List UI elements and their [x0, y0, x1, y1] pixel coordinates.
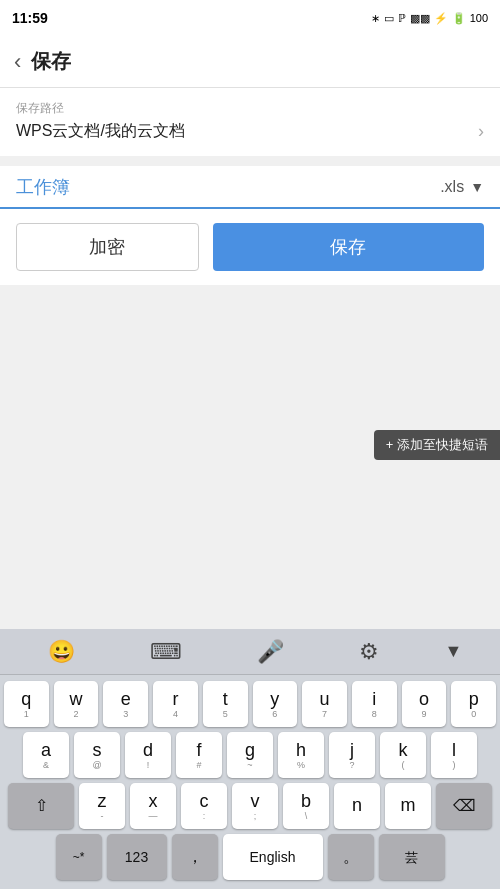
key-t[interactable]: t5 [203, 681, 248, 727]
key-l[interactable]: l) [431, 732, 477, 778]
special-chars-key[interactable]: ~* [56, 834, 102, 880]
chevron-right-icon: › [478, 121, 484, 142]
keyboard-toolbar: 😀 ⌨ 🎤 ⚙ ▼ [0, 629, 500, 675]
mic-toolbar-icon[interactable]: 🎤 [247, 635, 294, 669]
shortcut-hint[interactable]: + 添加至快捷短语 [374, 430, 500, 460]
bluetooth-icon: ∗ [371, 12, 380, 25]
key-m[interactable]: m [385, 783, 431, 829]
encrypt-button[interactable]: 加密 [16, 223, 199, 271]
battery-icon: 🔋 [452, 12, 466, 25]
key-e[interactable]: e3 [103, 681, 148, 727]
status-time: 11:59 [12, 10, 48, 26]
buttons-section: 加密 保存 [0, 209, 500, 285]
key-row-1: q1 w2 e3 r4 t5 y6 u7 i8 o9 p0 [4, 681, 496, 727]
back-button[interactable]: ‹ [14, 51, 21, 73]
key-k[interactable]: k( [380, 732, 426, 778]
key-y[interactable]: y6 [253, 681, 298, 727]
key-row-2: a& s@ d! f# g~ h% j? k( l) [4, 732, 496, 778]
extension-label: .xls [440, 178, 464, 196]
save-path-section: 保存路径 WPS云文档/我的云文档 › [0, 88, 500, 156]
key-s[interactable]: s@ [74, 732, 120, 778]
key-c[interactable]: c: [181, 783, 227, 829]
key-h[interactable]: h% [278, 732, 324, 778]
key-g[interactable]: g~ [227, 732, 273, 778]
status-icons: ∗ ▭ ℙ ▩▩ ⚡ 🔋 100 [371, 12, 488, 25]
backspace-key[interactable]: ⌫ [436, 783, 492, 829]
charging-icon: ⚡ [434, 12, 448, 25]
key-x[interactable]: x— [130, 783, 176, 829]
signal-bars: ▩▩ [410, 12, 430, 25]
shift-key[interactable]: ⇧ [8, 783, 74, 829]
key-v[interactable]: v; [232, 783, 278, 829]
settings-toolbar-icon[interactable]: ⚙ [349, 635, 389, 669]
emoji-toolbar-icon[interactable]: 😀 [38, 635, 85, 669]
extension-dropdown-icon[interactable]: ▼ [470, 179, 484, 195]
return-key[interactable]: 芸 [379, 834, 445, 880]
save-button[interactable]: 保存 [213, 223, 484, 271]
key-b[interactable]: b\ [283, 783, 329, 829]
period-key[interactable]: 。 [328, 834, 374, 880]
key-f[interactable]: f# [176, 732, 222, 778]
key-p[interactable]: p0 [451, 681, 496, 727]
key-u[interactable]: u7 [302, 681, 347, 727]
save-path-row[interactable]: WPS云文档/我的云文档 › [16, 121, 484, 142]
comma-key[interactable]: ， [172, 834, 218, 880]
hide-keyboard-icon[interactable]: ▼ [445, 641, 463, 662]
key-d[interactable]: d! [125, 732, 171, 778]
key-row-bottom: ~* 123 ， English 。 芸 [4, 834, 496, 880]
key-rows: q1 w2 e3 r4 t5 y6 u7 i8 o9 p0 a& s@ d! f… [0, 675, 500, 889]
filename-section: .xls ▼ [0, 166, 500, 209]
key-q[interactable]: q1 [4, 681, 49, 727]
key-z[interactable]: z- [79, 783, 125, 829]
key-j[interactable]: j? [329, 732, 375, 778]
filename-input[interactable] [16, 176, 440, 197]
signal-icon: ℙ [398, 12, 406, 25]
keyboard-toolbar-icon[interactable]: ⌨ [140, 635, 192, 669]
keyboard-area: 😀 ⌨ 🎤 ⚙ ▼ q1 w2 e3 r4 t5 y6 u7 i8 o9 p0 … [0, 629, 500, 889]
key-r[interactable]: r4 [153, 681, 198, 727]
page-title: 保存 [31, 48, 71, 75]
key-n[interactable]: n [334, 783, 380, 829]
num-key[interactable]: 123 [107, 834, 167, 880]
save-path-value: WPS云文档/我的云文档 [16, 121, 185, 142]
save-path-label: 保存路径 [16, 100, 484, 117]
key-row-3: ⇧ z- x— c: v; b\ n m ⌫ [4, 783, 496, 829]
key-a[interactable]: a& [23, 732, 69, 778]
header: ‹ 保存 [0, 36, 500, 88]
status-bar: 11:59 ∗ ▭ ℙ ▩▩ ⚡ 🔋 100 [0, 0, 500, 36]
key-o[interactable]: o9 [402, 681, 447, 727]
sim-icon: ▭ [384, 12, 394, 25]
battery-level: 100 [470, 12, 488, 24]
key-w[interactable]: w2 [54, 681, 99, 727]
key-i[interactable]: i8 [352, 681, 397, 727]
language-key[interactable]: English [223, 834, 323, 880]
